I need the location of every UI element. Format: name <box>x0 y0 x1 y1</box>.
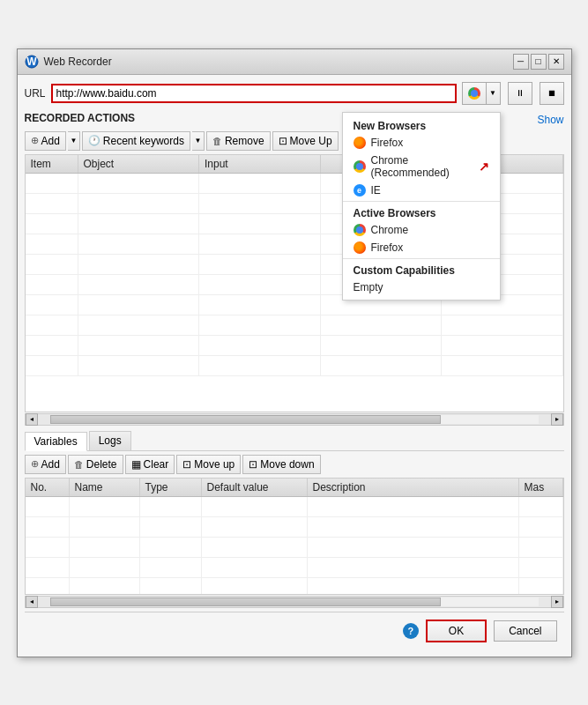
arrow-indicator: ↗ <box>479 160 489 174</box>
move-up-icon: ⊡ <box>279 135 287 147</box>
remove-label: Remove <box>225 135 264 147</box>
ok-button[interactable]: OK <box>426 620 487 642</box>
recorded-actions-label: RECORDED ACTIONS <box>25 112 136 124</box>
var-col-mas: Mas <box>519 479 563 496</box>
var-move-down-icon: ⊡ <box>249 458 257 471</box>
footer: ? OK Cancel <box>25 612 564 649</box>
move-up-button[interactable]: ⊡ Move Up <box>272 131 339 151</box>
browser-select-button[interactable] <box>462 82 487 105</box>
var-move-up-label: Move up <box>194 458 234 471</box>
active-browser-chrome[interactable]: Chrome <box>343 221 500 239</box>
active-firefox-icon <box>354 241 366 254</box>
stop-button[interactable]: ⏹ <box>540 82 564 105</box>
var-clear-icon: ▦ <box>131 458 141 471</box>
table-row <box>26 356 563 376</box>
var-scroll-thumb[interactable] <box>50 597 441 606</box>
var-col-default: Default value <box>202 479 308 496</box>
var-delete-label: Delete <box>86 458 117 471</box>
var-delete-icon: 🗑 <box>74 459 84 470</box>
pause-icon: ⏸ <box>516 88 525 98</box>
tab-variables[interactable]: Variables <box>25 432 87 451</box>
url-label: URL <box>25 87 46 100</box>
url-input[interactable] <box>51 84 457 103</box>
custom-empty[interactable]: Empty <box>343 278 500 296</box>
scroll-left-arrow[interactable]: ◂ <box>26 413 38 426</box>
bottom-tabs: Variables Logs <box>25 431 564 451</box>
var-clear-button[interactable]: ▦ Clear <box>125 455 175 474</box>
var-table-row <box>26 538 563 558</box>
chevron-down-icon: ▼ <box>489 89 496 97</box>
help-button[interactable]: ? <box>403 623 419 639</box>
recent-keywords-label: Recent keywords <box>103 135 184 147</box>
new-browser-chrome-label: Chrome (Recommended) <box>371 154 473 179</box>
new-browsers-label: New Browsers <box>343 116 500 134</box>
new-browser-ie[interactable]: e IE <box>343 182 500 199</box>
browser-dropdown-arrow[interactable]: ▼ <box>487 82 501 105</box>
move-up-label: Move Up <box>290 135 332 147</box>
show-link[interactable]: Show <box>537 114 563 126</box>
close-button[interactable]: ✕ <box>548 54 564 70</box>
col-item: Item <box>26 155 78 173</box>
remove-button[interactable]: 🗑 Remove <box>206 131 271 151</box>
var-col-type: Type <box>140 479 202 496</box>
scroll-thumb[interactable] <box>50 415 441 424</box>
var-col-description: Description <box>308 479 519 496</box>
cancel-button[interactable]: Cancel <box>494 620 556 642</box>
add-label: Add <box>41 135 60 147</box>
browser-dropdown-menu: New Browsers Firefox Chrome (Recommended… <box>342 112 501 301</box>
scroll-track <box>50 415 539 424</box>
add-dropdown-arrow[interactable]: ▼ <box>68 131 80 151</box>
var-col-no: No. <box>26 479 70 496</box>
chrome-icon <box>468 87 480 100</box>
col-input: Input <box>199 155 321 173</box>
var-table-row <box>26 558 563 578</box>
firefox-icon <box>354 137 366 149</box>
maximize-button[interactable]: □ <box>531 54 547 70</box>
new-browser-ie-label: IE <box>371 184 381 197</box>
var-col-name: Name <box>70 479 140 496</box>
var-move-up-icon: ⊡ <box>182 458 191 471</box>
var-delete-button[interactable]: 🗑 Delete <box>68 455 123 474</box>
var-add-button[interactable]: ⊕ Add <box>25 455 66 474</box>
active-browser-firefox[interactable]: Firefox <box>343 239 500 256</box>
new-browser-firefox[interactable]: Firefox <box>343 134 500 152</box>
tab-logs[interactable]: Logs <box>89 431 131 450</box>
app-icon: W <box>25 55 39 69</box>
var-move-down-button[interactable]: ⊡ Move down <box>242 455 320 474</box>
var-table-row <box>26 497 563 517</box>
variables-scrollbar[interactable]: ◂ ▸ <box>25 596 564 608</box>
minimize-button[interactable]: ─ <box>513 54 529 70</box>
var-scroll-left[interactable]: ◂ <box>26 596 38 608</box>
recent-keywords-button[interactable]: 🕐 Recent keywords <box>82 131 190 151</box>
table-scrollbar[interactable]: ◂ ▸ <box>25 413 564 426</box>
main-window: W Web Recorder ─ □ ✕ URL ▼ <box>17 48 572 657</box>
variables-table-body <box>26 497 563 594</box>
recent-icon: 🕐 <box>88 135 100 146</box>
add-chevron-icon: ▼ <box>70 137 77 145</box>
active-browser-firefox-label: Firefox <box>371 241 404 254</box>
recent-chevron-icon: ▼ <box>194 137 201 145</box>
main-content: URL ▼ New Browsers Firefox <box>18 75 571 657</box>
dropdown-divider-2 <box>343 258 500 259</box>
pause-button[interactable]: ⏸ <box>508 82 532 105</box>
dropdown-divider-1 <box>343 201 500 202</box>
plus-icon: ⊕ <box>31 135 39 146</box>
scroll-right-arrow[interactable]: ▸ <box>551 413 563 426</box>
url-row: URL ▼ New Browsers Firefox <box>25 82 564 105</box>
variables-table-header: No. Name Type Default value Description … <box>26 479 563 497</box>
window-title: Web Recorder <box>44 56 112 68</box>
var-plus-icon: ⊕ <box>31 458 39 470</box>
recent-keywords-dropdown[interactable]: ▼ <box>192 131 205 151</box>
add-button[interactable]: ⊕ Add <box>25 131 66 151</box>
variables-table: No. Name Type Default value Description … <box>25 478 564 595</box>
var-scroll-right[interactable]: ▸ <box>551 596 563 608</box>
table-row <box>26 315 563 336</box>
var-table-row <box>26 578 563 594</box>
trash-icon: 🗑 <box>212 136 222 146</box>
new-browser-chrome-recommended[interactable]: Chrome (Recommended) ↗ <box>343 152 500 182</box>
var-clear-label: Clear <box>144 458 169 471</box>
new-browser-firefox-label: Firefox <box>371 137 404 149</box>
var-move-up-button[interactable]: ⊡ Move up <box>176 455 241 474</box>
svg-text:W: W <box>26 56 37 68</box>
var-move-down-label: Move down <box>260 458 314 471</box>
